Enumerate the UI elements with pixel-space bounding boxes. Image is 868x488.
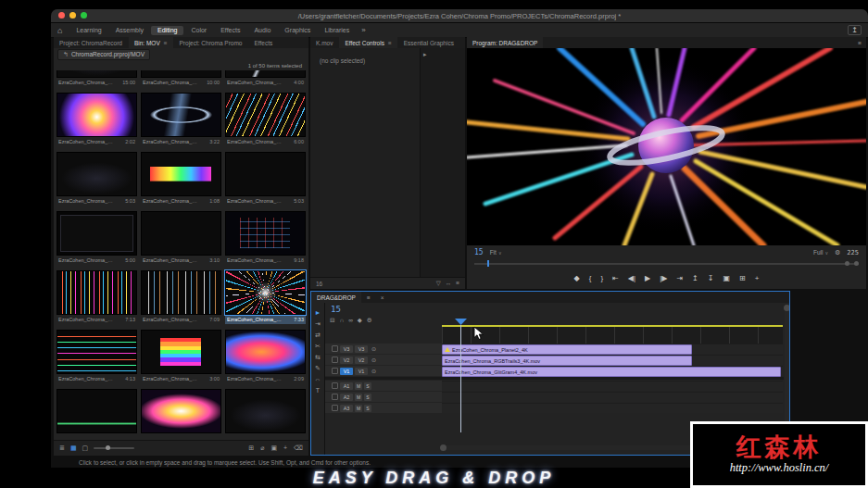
- panel-tab[interactable]: Effects≡: [248, 37, 278, 48]
- breadcrumb[interactable]: ↰ ChromaRecord.prproj/MOV: [57, 49, 150, 60]
- panel-menu-icon[interactable]: ≡: [362, 292, 375, 303]
- bin-item-thumbnail[interactable]: [57, 211, 137, 256]
- timeline-timecode[interactable]: 15: [331, 305, 341, 314]
- minimize-window-button[interactable]: [69, 12, 76, 19]
- bin-item-thumbnail[interactable]: [141, 70, 221, 78]
- timeline-clip[interactable]: EzraCohen_Chroma_GlitGram4_4K.mov: [442, 367, 781, 377]
- panel-menu-icon[interactable]: ≡: [853, 37, 866, 48]
- bin-item[interactable]: EzraCohen_Chroma_RGBL... 5:00: [57, 211, 137, 265]
- bin-item[interactable]: EzraCohen_Chroma_RGB... 5:03: [57, 152, 137, 206]
- bin-item-thumbnail[interactable]: [225, 330, 306, 374]
- bin-item-thumbnail[interactable]: [57, 93, 137, 137]
- bin-item[interactable]: EzraCohen_Chroma_RGBTr... 4:13: [57, 330, 137, 383]
- track-lane[interactable]: EzraCohen_Chroma_Planet2_4K: [442, 344, 783, 354]
- scrubber-zoom-handle[interactable]: [854, 261, 859, 266]
- linked-selection-icon[interactable]: ∞: [348, 317, 353, 324]
- bin-item[interactable]: EzraCohen_Chroma_Rainb... 2:09: [225, 330, 306, 383]
- bin-item[interactable]: EzraCohen_Chroma_RGBTr... 3:00: [141, 330, 221, 383]
- bin-item-thumbnail[interactable]: [141, 270, 221, 315]
- navigate-up-icon[interactable]: ↰: [63, 51, 69, 58]
- ripple-edit-tool[interactable]: ⇄: [315, 332, 321, 338]
- mute-toggle[interactable]: M: [355, 394, 362, 401]
- zoom-window-button[interactable]: [81, 12, 87, 19]
- bin-item-thumbnail[interactable]: [225, 70, 306, 78]
- hand-tool[interactable]: ⇔: [315, 376, 321, 382]
- solo-toggle[interactable]: S: [364, 405, 371, 412]
- bin-item-thumbnail[interactable]: [141, 389, 221, 433]
- zoom-fit-icon[interactable]: ↔: [446, 280, 452, 287]
- chevron-right-icon[interactable]: ▸: [423, 51, 427, 58]
- track-lock-toggle[interactable]: [332, 405, 338, 411]
- bin-item-thumbnail[interactable]: [57, 152, 137, 196]
- playback-resolution-dropdown[interactable]: Full∨: [813, 249, 828, 256]
- panel-tab[interactable]: Bin: MOV≡: [129, 37, 173, 48]
- bin-item-thumbnail[interactable]: [141, 152, 221, 196]
- track-lock-toggle[interactable]: [332, 368, 338, 374]
- scrubber-track[interactable]: [474, 263, 859, 265]
- type-tool[interactable]: T: [316, 387, 320, 394]
- bin-item-thumbnail[interactable]: [57, 70, 137, 78]
- track-visibility-toggle[interactable]: ⊙: [371, 357, 376, 363]
- bin-item-thumbnail[interactable]: [225, 93, 306, 137]
- program-scrubber[interactable]: [474, 260, 859, 267]
- close-icon[interactable]: ×: [376, 292, 389, 303]
- add-marker-icon[interactable]: ◆: [358, 317, 362, 324]
- step-forward-icon[interactable]: |▶: [660, 275, 667, 282]
- slip-tool[interactable]: ⇆: [315, 354, 321, 360]
- track-lock-toggle[interactable]: [332, 345, 338, 352]
- workspace-tab[interactable]: Effects: [214, 26, 246, 35]
- source-patch-toggle[interactable]: V3: [340, 345, 353, 353]
- step-back-icon[interactable]: ◀|: [628, 275, 635, 282]
- bin-item[interactable]: EzraCohen_Chroma_Main... 15:00: [57, 70, 137, 87]
- go-to-in-icon[interactable]: ⇤: [612, 275, 619, 282]
- add-marker-icon[interactable]: ◆: [574, 275, 580, 282]
- bin-item[interactable]: EzraCohen_Chroma_RGBL... 3:10: [141, 211, 221, 265]
- zoom-slider-knob[interactable]: [106, 445, 110, 450]
- panel-menu-icon[interactable]: ≡: [388, 40, 392, 46]
- workspace-tab[interactable]: Learning: [69, 26, 107, 35]
- home-icon[interactable]: ⌂: [57, 26, 62, 35]
- titlebar[interactable]: /Users/grantfletcher/Documents/Projects/…: [51, 9, 868, 23]
- panel-tab[interactable]: Project: Chroma Promo≡: [174, 37, 248, 48]
- solo-toggle[interactable]: S: [364, 394, 371, 401]
- button-editor-icon[interactable]: +: [755, 275, 760, 282]
- automate-to-sequence-icon[interactable]: ⊞: [248, 444, 254, 452]
- track-select-tool[interactable]: ⇥: [315, 320, 321, 327]
- source-patch-toggle[interactable]: A1: [340, 382, 353, 390]
- pen-tool[interactable]: ✎: [315, 365, 321, 371]
- settings-wrench-icon[interactable]: ⚙: [835, 249, 840, 257]
- filter-icon[interactable]: ▽: [436, 280, 441, 287]
- timeline-settings-icon[interactable]: ⚙: [367, 317, 372, 324]
- bin-item-thumbnail[interactable]: [57, 270, 137, 315]
- share-icon[interactable]: ↥: [848, 25, 862, 35]
- track-lock-toggle[interactable]: [332, 357, 338, 363]
- lift-icon[interactable]: ↥: [692, 275, 698, 282]
- source-patch-toggle[interactable]: A3: [340, 405, 353, 412]
- bin-item-thumbnail[interactable]: [225, 389, 306, 433]
- track-visibility-toggle[interactable]: ⊙: [371, 345, 376, 352]
- workspace-tab[interactable]: Assembly: [109, 26, 150, 35]
- thumbnail-zoom-slider[interactable]: [94, 447, 134, 449]
- nest-icon[interactable]: ⊟: [330, 317, 334, 324]
- zoom-level-dropdown[interactable]: Fit∨: [490, 249, 502, 256]
- mark-in-icon[interactable]: {: [589, 275, 592, 282]
- workspace-tab[interactable]: Editing: [151, 26, 183, 35]
- new-item-icon[interactable]: +: [283, 444, 287, 452]
- bin-item[interactable]: EzraCohen_Chroma_Odys... 10:00: [141, 70, 221, 87]
- workspace-overflow-icon[interactable]: »: [361, 26, 365, 34]
- panel-menu-icon[interactable]: ≡: [164, 40, 168, 46]
- track-lane[interactable]: EzraCohen_Chroma_RGBTrails3_4K.mov: [442, 355, 783, 365]
- bin-item[interactable]: EzraCohen_Chroma_RGBL... 5:03: [225, 152, 306, 206]
- mark-out-icon[interactable]: }: [600, 275, 603, 282]
- timeline-ruler[interactable]: [442, 327, 783, 344]
- close-window-button[interactable]: [58, 12, 65, 19]
- scrubber-zoom-handle[interactable]: [845, 261, 849, 266]
- find-icon[interactable]: ⌀: [260, 444, 264, 452]
- track-lane[interactable]: [442, 392, 783, 402]
- list-view-icon[interactable]: ≣: [59, 444, 65, 452]
- bin-item-thumbnail[interactable]: [141, 93, 221, 137]
- workspace-tab[interactable]: Color: [184, 26, 213, 35]
- bin-item[interactable]: [141, 389, 221, 441]
- ecp-timecode[interactable]: 16: [316, 281, 322, 287]
- bin-item[interactable]: EzraCohen_Chroma_RGBB... 6:00: [225, 93, 306, 146]
